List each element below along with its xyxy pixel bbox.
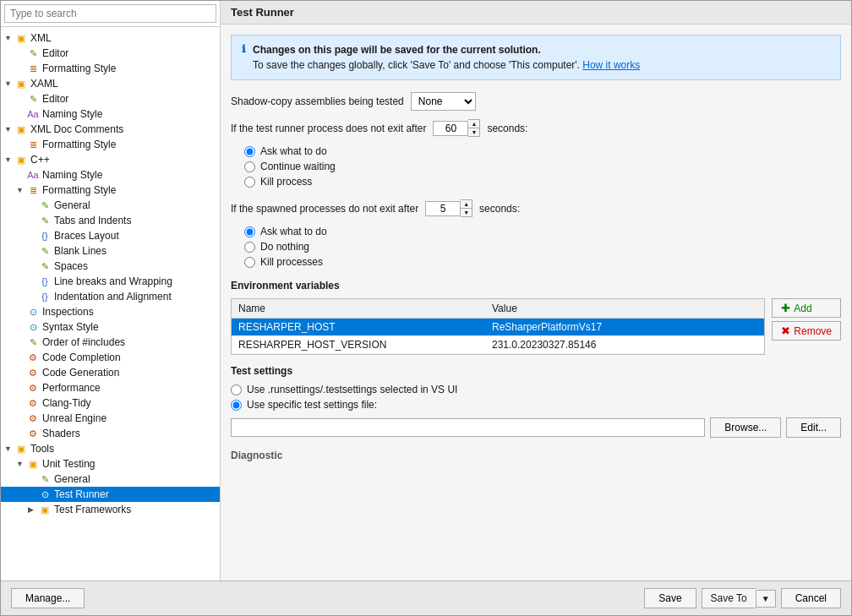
sidebar-item-xml-formatting[interactable]: ≣Formatting Style	[1, 61, 220, 76]
runner-timeout-label-post: seconds:	[487, 123, 527, 134]
runner-radio-label-2: Kill process	[260, 176, 312, 188]
runner-radio-label-1: Continue waiting	[260, 161, 336, 172]
sidebar-label-cpp: C++	[30, 154, 216, 166]
manage-button[interactable]: Manage...	[11, 588, 85, 608]
spawned-radio-2[interactable]	[244, 257, 255, 268]
spawned-radio-0[interactable]	[244, 226, 255, 237]
sidebar-item-cpp-tabs[interactable]: ✎Tabs and Indents	[1, 213, 220, 228]
sidebar-label-test-runner: Test Runner	[54, 488, 216, 500]
runner-timeout-input[interactable]: 60	[433, 121, 468, 136]
shadow-copy-select[interactable]: None All Selected	[411, 92, 476, 111]
info-line2: To save the changes globally, click 'Sav…	[253, 57, 640, 73]
env-row-0-value: ReSharperPlatformVs17	[485, 319, 764, 336]
sidebar-item-xml-doc-format[interactable]: ≣Formatting Style	[1, 137, 220, 152]
runner-option-0[interactable]: Ask what to do	[244, 145, 841, 157]
save-to-main[interactable]: Save To	[702, 588, 756, 608]
sidebar: ▼▣XML✎Editor≣Formatting Style▼▣XAML✎Edit…	[1, 1, 221, 581]
runner-radio-1[interactable]	[244, 161, 255, 172]
spawned-timeout-label-post: seconds:	[479, 203, 520, 215]
spawned-spinner-down[interactable]: ▼	[461, 209, 472, 216]
remove-icon: ✖	[781, 324, 790, 337]
sidebar-label-test-frameworks: Test Frameworks	[54, 504, 216, 515]
spinner-up[interactable]: ▲	[468, 120, 479, 128]
node-icon-cpp: ▣	[14, 153, 28, 166]
sidebar-item-cpp-performance[interactable]: ⚙Performance	[1, 380, 220, 395]
spawned-spinner-arrows[interactable]: ▲ ▼	[461, 199, 472, 217]
env-row-1[interactable]: RESHARPER_HOST_VERSION 231.0.20230327.85…	[232, 336, 764, 354]
sidebar-item-cpp-formatting[interactable]: ▼≣Formatting Style	[1, 183, 220, 198]
spinner-down[interactable]: ▼	[468, 128, 479, 136]
spawned-spinner-up[interactable]: ▲	[461, 200, 472, 209]
runner-radio-2[interactable]	[244, 177, 255, 188]
node-icon-cpp-blank: ✎	[38, 244, 52, 258]
runner-timeout-spinner[interactable]: 60 ▲ ▼	[433, 119, 480, 137]
add-label: Add	[794, 303, 811, 314]
sidebar-item-cpp-order[interactable]: ✎Order of #includes	[1, 335, 220, 350]
sidebar-label-xml-formatting: Formatting Style	[42, 63, 216, 74]
sidebar-item-xaml-naming[interactable]: AaNaming Style	[1, 106, 220, 122]
sidebar-item-cpp-generation[interactable]: ⚙Code Generation	[1, 365, 220, 380]
save-button[interactable]: Save	[644, 588, 696, 608]
sidebar-item-ut-general[interactable]: ✎General	[1, 472, 220, 487]
info-line1: Changes on this page will be saved for t…	[253, 42, 640, 57]
add-env-button[interactable]: ✚ Add	[772, 298, 841, 318]
remove-env-button[interactable]: ✖ Remove	[772, 321, 841, 341]
sidebar-item-cpp-blank[interactable]: ✎Blank Lines	[1, 243, 220, 259]
spawned-timeout-input[interactable]: 5	[425, 201, 461, 216]
sidebar-item-tools[interactable]: ▼▣Tools	[1, 441, 220, 456]
test-settings-option-1[interactable]: Use specific test settings file:	[231, 399, 841, 411]
sidebar-item-cpp[interactable]: ▼▣C++	[1, 152, 220, 167]
sidebar-item-cpp-linebreaks[interactable]: {}Line breaks and Wrapping	[1, 274, 220, 289]
runner-radio-0[interactable]	[244, 146, 255, 157]
save-to-arrow[interactable]: ▼	[756, 590, 776, 608]
test-settings-file-input[interactable]	[231, 418, 705, 437]
sidebar-item-cpp-indent-align[interactable]: {}Indentation and Alignment	[1, 289, 220, 304]
spawned-option-1[interactable]: Do nothing	[244, 241, 841, 253]
spinner-arrows[interactable]: ▲ ▼	[468, 119, 480, 137]
expand-icon-cpp-formatting: ▼	[16, 186, 26, 194]
search-input[interactable]	[4, 4, 216, 23]
sidebar-item-cpp-braces[interactable]: {}Braces Layout	[1, 228, 220, 243]
sidebar-item-cpp-shaders[interactable]: ⚙Shaders	[1, 426, 220, 441]
sidebar-item-cpp-completion[interactable]: ⚙Code Completion	[1, 350, 220, 365]
sidebar-item-xaml[interactable]: ▼▣XAML	[1, 76, 220, 91]
test-settings-radio-0[interactable]	[231, 384, 242, 395]
sidebar-item-cpp-clang[interactable]: ⚙Clang-Tidy	[1, 395, 220, 411]
sidebar-item-cpp-naming[interactable]: AaNaming Style	[1, 167, 220, 183]
runner-option-1[interactable]: Continue waiting	[244, 161, 841, 172]
spawned-option-0[interactable]: Ask what to do	[244, 226, 841, 237]
sidebar-label-cpp-linebreaks: Line breaks and Wrapping	[54, 275, 216, 287]
sidebar-item-xml-editor[interactable]: ✎Editor	[1, 46, 220, 61]
env-row-0[interactable]: RESHARPER_HOST ReSharperPlatformVs17	[232, 319, 764, 336]
spawned-timeout-spinner[interactable]: 5 ▲ ▼	[425, 199, 472, 217]
sidebar-item-cpp-inspections[interactable]: ⊙Inspections	[1, 304, 220, 319]
env-variables-area: Name Value RESHARPER_HOST ReSharperPlatf…	[231, 298, 841, 355]
browse-button[interactable]: Browse...	[710, 417, 781, 438]
sidebar-item-xaml-editor[interactable]: ✎Editor	[1, 91, 220, 106]
sidebar-item-cpp-spaces[interactable]: ✎Spaces	[1, 259, 220, 274]
env-section-label: Environment variables	[231, 280, 841, 292]
save-to-button[interactable]: Save To ▼	[702, 588, 776, 608]
spawned-radio-label-1: Do nothing	[260, 241, 309, 253]
sidebar-item-xml[interactable]: ▼▣XML	[1, 30, 220, 46]
spawned-radio-1[interactable]	[244, 242, 255, 253]
sidebar-item-unit-testing[interactable]: ▼▣Unit Testing	[1, 456, 220, 472]
search-bar[interactable]	[1, 1, 220, 27]
edit-button[interactable]: Edit...	[786, 417, 841, 438]
sidebar-item-cpp-unreal[interactable]: ⚙Unreal Engine	[1, 411, 220, 426]
spawned-option-2[interactable]: Kill processes	[244, 256, 841, 268]
runner-option-2[interactable]: Kill process	[244, 176, 841, 188]
test-settings-option-0[interactable]: Use .runsettings/.testsettings selected …	[231, 384, 841, 395]
test-settings-radio-1[interactable]	[231, 400, 242, 411]
sidebar-item-test-frameworks[interactable]: ▶▣Test Frameworks	[1, 502, 220, 517]
how-it-works-link[interactable]: How it works	[582, 59, 640, 71]
node-icon-cpp-formatting: ≣	[26, 183, 40, 197]
sidebar-label-tools: Tools	[30, 443, 216, 455]
node-icon-cpp-tabs: ✎	[38, 214, 52, 227]
sidebar-item-xml-doc[interactable]: ▼▣XML Doc Comments	[1, 122, 220, 137]
sidebar-item-cpp-syntax[interactable]: ⊙Syntax Style	[1, 319, 220, 335]
info-icon: ℹ	[242, 43, 246, 73]
cancel-button[interactable]: Cancel	[781, 588, 841, 608]
sidebar-item-cpp-general[interactable]: ✎General	[1, 198, 220, 213]
sidebar-item-test-runner[interactable]: ⊙Test Runner	[1, 487, 220, 502]
